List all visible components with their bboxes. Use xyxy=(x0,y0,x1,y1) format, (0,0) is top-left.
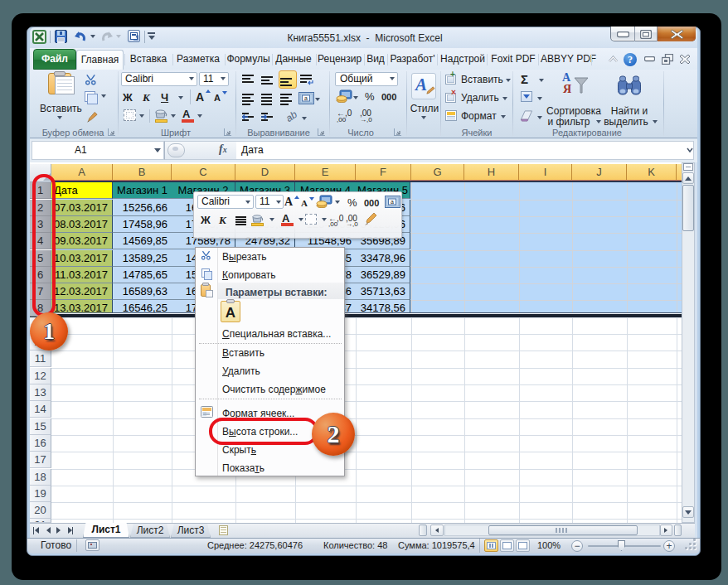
svg-text:a: a xyxy=(304,95,308,101)
svg-text:a: a xyxy=(391,199,394,205)
